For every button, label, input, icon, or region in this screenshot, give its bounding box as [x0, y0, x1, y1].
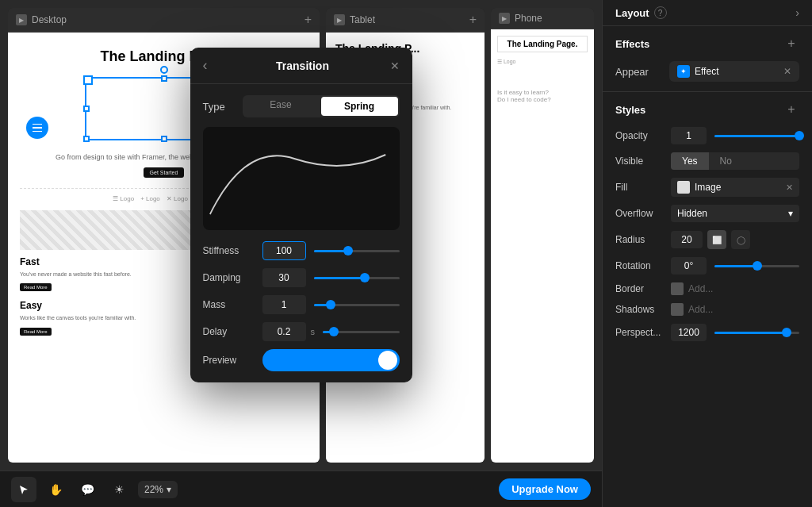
desktop-add-tab[interactable]: +	[304, 13, 312, 27]
tablet-play-icon[interactable]: ▶	[334, 14, 345, 25]
modal-back-button[interactable]: ‹	[203, 57, 208, 74]
tablet-add-tab[interactable]: +	[469, 13, 477, 27]
layout-title: Layout	[615, 7, 649, 19]
tablet-label: Tablet	[350, 14, 375, 25]
visible-yes-btn[interactable]: Yes	[671, 152, 709, 170]
opacity-input[interactable]: 1	[671, 127, 707, 144]
corner-tm[interactable]	[161, 75, 167, 82]
comment-tool[interactable]: 💬	[75, 477, 100, 502]
effect-label: Effect	[695, 66, 779, 77]
damping-slider[interactable]	[314, 277, 400, 279]
effects-section: Effects + Appear ✦ Effect ✕	[603, 26, 812, 92]
effects-header: Effects +	[615, 36, 799, 52]
cursor-tool[interactable]	[11, 477, 36, 502]
modal-title: Transition	[216, 60, 390, 72]
overflow-value: Hidden	[677, 208, 707, 219]
upgrade-button[interactable]: Upgrade Now	[499, 478, 591, 500]
modal-body: Type Ease Spring Stiffnes	[190, 84, 412, 382]
stiffness-row: Stiffness	[203, 241, 400, 260]
effects-title: Effects	[615, 38, 649, 50]
fill-label: Fill	[615, 182, 671, 193]
logo-2: + Logo	[140, 195, 160, 202]
type-row: Type Ease Spring	[203, 95, 400, 117]
rotation-slider[interactable]	[714, 265, 799, 267]
phone-label: Phone	[515, 13, 542, 24]
radius-label: Radius	[615, 234, 671, 245]
ease-type-btn[interactable]: Ease	[243, 95, 320, 117]
damping-label: Damping	[203, 272, 262, 283]
radius-input[interactable]: 20	[671, 231, 703, 248]
corner-ml[interactable]	[83, 106, 90, 112]
cta-button[interactable]: Get Started	[144, 167, 185, 178]
opacity-slider[interactable]	[714, 135, 799, 137]
corner-bl[interactable]	[83, 136, 90, 142]
shadows-swatch	[671, 303, 684, 316]
mass-slider[interactable]	[314, 304, 400, 306]
visible-no-btn[interactable]: No	[709, 152, 743, 170]
delay-slider[interactable]	[323, 331, 400, 333]
brightness-tool[interactable]: ☀	[106, 477, 132, 502]
shadows-row: Shadows Add...	[615, 303, 799, 316]
easy-read-more[interactable]: Read More	[20, 328, 52, 336]
zoom-control[interactable]: 22% ▾	[138, 481, 178, 498]
damping-thumb[interactable]	[360, 273, 370, 282]
fill-control[interactable]: Image ✕	[671, 178, 799, 197]
mass-input[interactable]: 1	[262, 295, 306, 314]
border-add-placeholder[interactable]: Add...	[688, 283, 713, 294]
zoom-value: 22%	[144, 484, 163, 495]
rotation-input[interactable]: 0°	[671, 257, 707, 275]
radius-round-btn[interactable]: ◯	[731, 230, 750, 249]
delay-label: Delay	[203, 326, 262, 337]
logo-1: ☰ Logo	[113, 195, 134, 202]
phone-title: The Landing Page.	[497, 36, 588, 52]
shadows-add-placeholder[interactable]: Add...	[688, 304, 713, 315]
mass-thumb[interactable]	[326, 300, 335, 309]
perspective-slider[interactable]	[714, 332, 799, 334]
hamburger-nav[interactable]	[26, 117, 48, 139]
rotation-thumb[interactable]	[753, 261, 762, 271]
damping-input[interactable]: 30	[262, 268, 306, 287]
modal-close-button[interactable]: ✕	[390, 60, 400, 72]
stiffness-input[interactable]	[262, 241, 306, 260]
phone-play-icon[interactable]: ▶	[499, 13, 510, 24]
logo-3: ✕ Logo	[167, 195, 188, 202]
radius-corner-btn[interactable]: ⬜	[707, 230, 726, 249]
mass-label: Mass	[203, 299, 262, 310]
layout-expand-icon[interactable]: ›	[795, 6, 799, 19]
shadows-label: Shadows	[615, 304, 671, 315]
preview-row: Preview	[203, 349, 400, 371]
stiffness-slider[interactable]	[314, 250, 400, 252]
perspective-thumb[interactable]	[782, 328, 791, 337]
fast-read-more[interactable]: Read More	[20, 283, 52, 291]
preview-track[interactable]	[262, 349, 400, 371]
effects-add-button[interactable]: +	[783, 36, 799, 52]
type-toggle[interactable]: Ease Spring	[243, 95, 400, 117]
rotate-handle[interactable]	[160, 66, 168, 74]
overflow-label: Overflow	[615, 208, 671, 219]
opacity-thumb[interactable]	[795, 131, 804, 140]
phone-content: The Landing Page. ☰ Logo Is it easy to l…	[491, 29, 594, 463]
delay-input[interactable]: 0.2	[262, 322, 306, 341]
overflow-chevron-icon: ▾	[788, 208, 793, 219]
fill-remove-button[interactable]: ✕	[786, 182, 793, 193]
delay-thumb[interactable]	[329, 327, 339, 336]
right-panel: Layout ? › Effects + Appear ✦ Effect ✕	[602, 0, 812, 507]
spring-type-btn[interactable]: Spring	[321, 97, 398, 116]
visible-toggle[interactable]: Yes No	[671, 152, 799, 170]
stiffness-thumb[interactable]	[343, 246, 353, 255]
layout-help-icon[interactable]: ?	[654, 6, 667, 19]
perspective-input[interactable]: 1200	[671, 324, 707, 341]
effect-remove-button[interactable]: ✕	[783, 66, 791, 77]
transition-modal[interactable]: ‹ Transition ✕ Type Ease Spring	[190, 48, 412, 382]
corner-bm[interactable]	[161, 136, 167, 142]
desktop-play-icon[interactable]: ▶	[16, 14, 27, 25]
overflow-select[interactable]: Hidden ▾	[671, 205, 799, 222]
phone-frame[interactable]: ▶ Phone The Landing Page. ☰ Logo Is it e…	[491, 8, 594, 463]
hand-tool[interactable]: ✋	[43, 477, 68, 502]
type-label: Type	[203, 101, 243, 113]
fill-row: Fill Image ✕	[615, 178, 799, 197]
curve-graph	[203, 127, 400, 230]
styles-title: Styles	[615, 104, 645, 116]
effect-badge[interactable]: ✦ Effect ✕	[669, 61, 799, 82]
styles-add-button[interactable]: +	[783, 102, 799, 117]
